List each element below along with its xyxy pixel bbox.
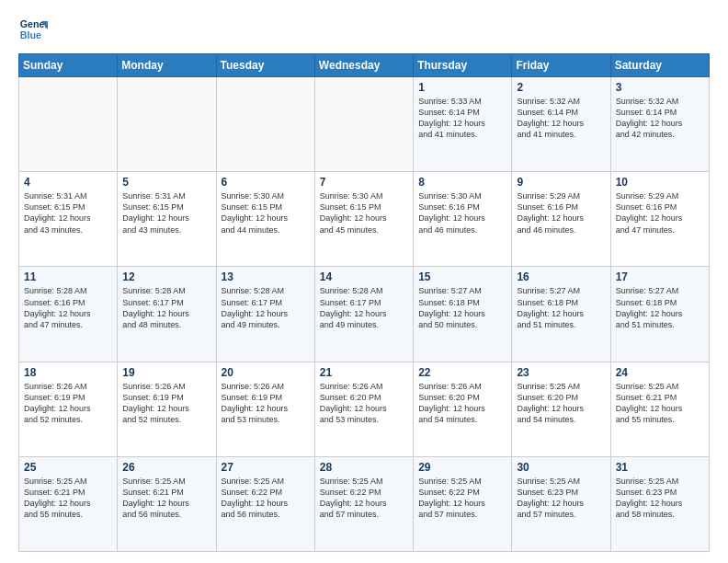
day-detail: Sunrise: 5:31 AM Sunset: 6:15 PM Dayligh… [122,190,210,236]
calendar-cell: 21Sunrise: 5:26 AM Sunset: 6:20 PM Dayli… [314,362,413,456]
calendar-cell: 4Sunrise: 5:31 AM Sunset: 6:15 PM Daylig… [19,172,118,267]
logo-icon: General Blue [18,15,48,44]
calendar-cell: 29Sunrise: 5:25 AM Sunset: 6:22 PM Dayli… [414,456,512,551]
day-detail: Sunrise: 5:27 AM Sunset: 6:18 PM Dayligh… [616,285,704,330]
calendar-cell [118,77,216,172]
day-detail: Sunrise: 5:29 AM Sunset: 6:16 PM Dayligh… [616,190,704,236]
day-number: 17 [616,270,704,283]
calendar-cell: 30Sunrise: 5:25 AM Sunset: 6:23 PM Dayli… [512,456,610,551]
day-detail: Sunrise: 5:29 AM Sunset: 6:16 PM Dayligh… [517,190,605,236]
day-detail: Sunrise: 5:26 AM Sunset: 6:19 PM Dayligh… [24,381,112,426]
day-number: 4 [24,176,112,189]
calendar-cell: 24Sunrise: 5:25 AM Sunset: 6:21 PM Dayli… [610,362,709,456]
day-number: 1 [418,81,506,94]
calendar-cell: 15Sunrise: 5:27 AM Sunset: 6:18 PM Dayli… [414,267,512,362]
calendar-cell: 6Sunrise: 5:30 AM Sunset: 6:15 PM Daylig… [216,172,314,267]
day-detail: Sunrise: 5:25 AM Sunset: 6:23 PM Dayligh… [517,476,605,521]
calendar-cell: 16Sunrise: 5:27 AM Sunset: 6:18 PM Dayli… [512,267,610,362]
day-detail: Sunrise: 5:28 AM Sunset: 6:17 PM Dayligh… [222,285,310,330]
day-number: 2 [517,81,605,94]
day-number: 29 [418,461,506,474]
day-detail: Sunrise: 5:26 AM Sunset: 6:19 PM Dayligh… [122,381,210,426]
day-detail: Sunrise: 5:27 AM Sunset: 6:18 PM Dayligh… [517,285,605,330]
day-number: 27 [222,461,310,474]
day-detail: Sunrise: 5:28 AM Sunset: 6:17 PM Dayligh… [320,285,408,330]
week-row-1: 1Sunrise: 5:33 AM Sunset: 6:14 PM Daylig… [19,77,710,172]
day-number: 31 [616,461,704,474]
day-number: 28 [320,461,408,474]
calendar-body: 1Sunrise: 5:33 AM Sunset: 6:14 PM Daylig… [19,77,710,552]
svg-text:Blue: Blue [20,29,41,40]
day-detail: Sunrise: 5:25 AM Sunset: 6:23 PM Dayligh… [616,476,704,521]
calendar-cell: 25Sunrise: 5:25 AM Sunset: 6:21 PM Dayli… [19,456,118,551]
day-headers-row: SundayMondayTuesdayWednesdayThursdayFrid… [19,54,710,77]
day-number: 25 [24,461,112,474]
calendar-cell: 23Sunrise: 5:25 AM Sunset: 6:20 PM Dayli… [512,362,610,456]
day-number: 7 [320,176,408,189]
day-number: 8 [418,176,506,189]
calendar-cell: 17Sunrise: 5:27 AM Sunset: 6:18 PM Dayli… [610,267,709,362]
header: General Blue [18,15,710,44]
day-header-monday: Monday [118,54,216,77]
calendar-cell: 12Sunrise: 5:28 AM Sunset: 6:17 PM Dayli… [118,267,216,362]
week-row-3: 11Sunrise: 5:28 AM Sunset: 6:16 PM Dayli… [19,267,710,362]
day-number: 10 [616,176,704,189]
calendar-cell: 11Sunrise: 5:28 AM Sunset: 6:16 PM Dayli… [19,267,118,362]
day-detail: Sunrise: 5:26 AM Sunset: 6:20 PM Dayligh… [320,381,408,426]
calendar-cell: 3Sunrise: 5:32 AM Sunset: 6:14 PM Daylig… [610,77,709,172]
day-detail: Sunrise: 5:25 AM Sunset: 6:22 PM Dayligh… [418,476,506,521]
calendar-cell: 22Sunrise: 5:26 AM Sunset: 6:20 PM Dayli… [414,362,512,456]
day-number: 14 [320,270,408,283]
day-detail: Sunrise: 5:26 AM Sunset: 6:20 PM Dayligh… [418,381,506,426]
day-number: 16 [517,270,605,283]
calendar-cell: 7Sunrise: 5:30 AM Sunset: 6:15 PM Daylig… [314,172,413,267]
day-number: 9 [517,176,605,189]
calendar-cell: 9Sunrise: 5:29 AM Sunset: 6:16 PM Daylig… [512,172,610,267]
day-number: 5 [122,176,210,189]
day-detail: Sunrise: 5:25 AM Sunset: 6:21 PM Dayligh… [122,476,210,521]
day-detail: Sunrise: 5:30 AM Sunset: 6:15 PM Dayligh… [222,190,310,236]
day-detail: Sunrise: 5:27 AM Sunset: 6:18 PM Dayligh… [418,285,506,330]
day-detail: Sunrise: 5:28 AM Sunset: 6:16 PM Dayligh… [24,285,112,330]
day-number: 6 [222,176,310,189]
day-detail: Sunrise: 5:25 AM Sunset: 6:22 PM Dayligh… [222,476,310,521]
day-detail: Sunrise: 5:32 AM Sunset: 6:14 PM Dayligh… [616,96,704,141]
calendar-cell: 28Sunrise: 5:25 AM Sunset: 6:22 PM Dayli… [314,456,413,551]
day-detail: Sunrise: 5:25 AM Sunset: 6:22 PM Dayligh… [320,476,408,521]
day-number: 22 [418,366,506,379]
day-number: 13 [222,270,310,283]
day-header-sunday: Sunday [19,54,118,77]
calendar-cell: 10Sunrise: 5:29 AM Sunset: 6:16 PM Dayli… [610,172,709,267]
calendar-cell: 1Sunrise: 5:33 AM Sunset: 6:14 PM Daylig… [414,77,512,172]
day-header-saturday: Saturday [610,54,709,77]
calendar-cell: 8Sunrise: 5:30 AM Sunset: 6:16 PM Daylig… [414,172,512,267]
day-header-thursday: Thursday [414,54,512,77]
day-detail: Sunrise: 5:30 AM Sunset: 6:16 PM Dayligh… [418,190,506,236]
week-row-2: 4Sunrise: 5:31 AM Sunset: 6:15 PM Daylig… [19,172,710,267]
day-header-wednesday: Wednesday [314,54,413,77]
calendar-cell: 31Sunrise: 5:25 AM Sunset: 6:23 PM Dayli… [610,456,709,551]
day-detail: Sunrise: 5:33 AM Sunset: 6:14 PM Dayligh… [418,96,506,141]
calendar-cell: 27Sunrise: 5:25 AM Sunset: 6:22 PM Dayli… [216,456,314,551]
day-header-friday: Friday [512,54,610,77]
calendar-table: SundayMondayTuesdayWednesdayThursdayFrid… [18,53,710,552]
calendar-cell: 19Sunrise: 5:26 AM Sunset: 6:19 PM Dayli… [118,362,216,456]
calendar-cell: 26Sunrise: 5:25 AM Sunset: 6:21 PM Dayli… [118,456,216,551]
calendar-cell [216,77,314,172]
page: General Blue SundayMondayTuesdayWednesda… [0,0,728,563]
day-detail: Sunrise: 5:26 AM Sunset: 6:19 PM Dayligh… [222,381,310,426]
day-number: 19 [122,366,210,379]
calendar-cell: 5Sunrise: 5:31 AM Sunset: 6:15 PM Daylig… [118,172,216,267]
week-row-4: 18Sunrise: 5:26 AM Sunset: 6:19 PM Dayli… [19,362,710,456]
day-number: 12 [122,270,210,283]
day-detail: Sunrise: 5:25 AM Sunset: 6:21 PM Dayligh… [24,476,112,521]
day-number: 11 [24,270,112,283]
day-number: 15 [418,270,506,283]
calendar-cell: 18Sunrise: 5:26 AM Sunset: 6:19 PM Dayli… [19,362,118,456]
day-detail: Sunrise: 5:28 AM Sunset: 6:17 PM Dayligh… [122,285,210,330]
day-number: 3 [616,81,704,94]
day-number: 20 [222,366,310,379]
day-detail: Sunrise: 5:25 AM Sunset: 6:20 PM Dayligh… [517,381,605,426]
calendar-cell [314,77,413,172]
day-number: 30 [517,461,605,474]
